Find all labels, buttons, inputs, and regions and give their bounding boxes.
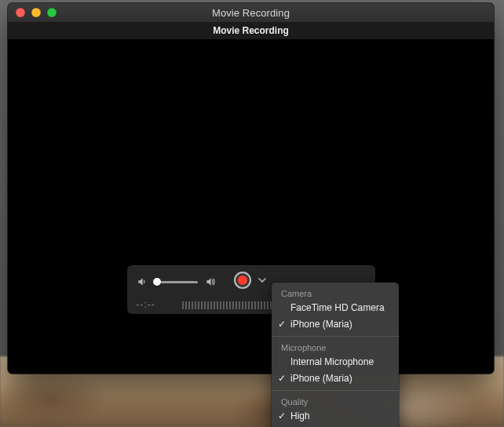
- menu-item-label: iPhone (Maria): [290, 373, 352, 385]
- menu-item-label: Internal Microphone: [290, 356, 374, 368]
- menu-item[interactable]: FaceTime HD Camera: [272, 300, 399, 316]
- record-options-menu: CameraFaceTime HD Camera✓iPhone (Maria)M…: [272, 283, 399, 427]
- menu-separator: [272, 390, 399, 391]
- window-traffic-lights: [16, 8, 57, 17]
- minimize-window-button[interactable]: [31, 8, 41, 17]
- quicktime-window: Movie Recording Movie Recording: [8, 3, 494, 374]
- recording-timecode: --:--: [137, 299, 174, 310]
- checkmark-icon: ✓: [276, 319, 287, 330]
- volume-high-icon: [204, 276, 217, 287]
- menu-item[interactable]: Internal Microphone: [272, 354, 399, 370]
- menu-separator: [272, 336, 399, 337]
- record-options-button[interactable]: [256, 272, 268, 289]
- window-titlebar[interactable]: Movie Recording: [8, 3, 494, 22]
- volume-slider[interactable]: [154, 281, 198, 283]
- video-preview-area: [8, 39, 494, 374]
- menu-item[interactable]: ✓iPhone (Maria): [272, 316, 399, 333]
- window-subheader: Movie Recording: [8, 22, 494, 40]
- record-button[interactable]: [234, 272, 251, 289]
- volume-slider-thumb[interactable]: [153, 278, 161, 286]
- menu-section-label: Camera: [272, 286, 399, 300]
- close-window-button[interactable]: [16, 8, 25, 17]
- checkmark-icon: ✓: [276, 373, 287, 385]
- menu-item[interactable]: ✓High: [272, 408, 399, 425]
- zoom-window-button[interactable]: [47, 8, 57, 17]
- window-subtitle: Movie Recording: [213, 25, 289, 36]
- menu-item-label: High: [290, 411, 310, 422]
- window-title: Movie Recording: [212, 7, 290, 19]
- menu-item[interactable]: ✓iPhone (Maria): [272, 370, 399, 387]
- menu-section-label: Microphone: [272, 340, 399, 354]
- checkmark-icon: ✓: [276, 411, 287, 422]
- menu-item-label: iPhone (Maria): [290, 319, 352, 330]
- record-icon: [238, 276, 247, 285]
- menu-item-label: FaceTime HD Camera: [290, 302, 385, 314]
- volume-low-icon: [137, 276, 148, 287]
- menu-section-label: Quality: [272, 394, 399, 408]
